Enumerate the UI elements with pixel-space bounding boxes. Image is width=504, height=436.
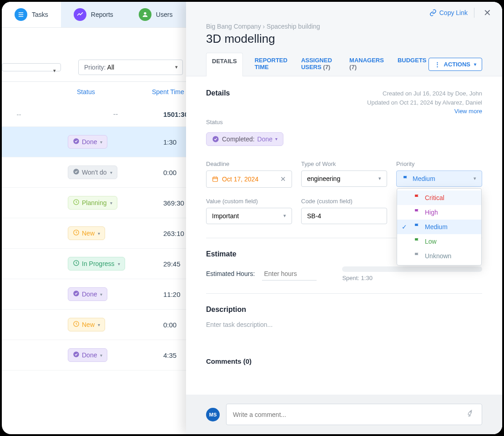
priority-select[interactable]: Medium ▾ CriticalHigh✓MediumLowUnknown: [396, 170, 482, 187]
chevron-down-icon: ▾: [275, 136, 277, 141]
comment-input[interactable]: [233, 411, 466, 418]
priority-option-medium[interactable]: ✓Medium: [397, 220, 481, 234]
description-input[interactable]: Enter task description...: [206, 321, 482, 356]
tab-budgets[interactable]: BUDGETS: [396, 52, 428, 76]
fields-grid-1: Deadline Oct 17, 2024 ✕ Type of Work eng…: [206, 160, 482, 188]
nav-tab-reports[interactable]: Reports: [61, 2, 126, 27]
flag-icon: [402, 175, 409, 182]
code-value: SB-4: [307, 212, 321, 220]
status-icon: [73, 321, 80, 329]
progress-bar: [342, 266, 482, 272]
status-text: In Progress: [82, 260, 115, 267]
col-status-header[interactable]: Status: [2, 88, 152, 95]
flag-icon: [413, 252, 420, 260]
priority-option-critical[interactable]: Critical: [397, 190, 481, 205]
panel-body: Details Created on Jul 16, 2024 by Doe, …: [186, 76, 502, 395]
type-label: Type of Work: [301, 160, 387, 167]
details-header: Details Created on Jul 16, 2024 by Doe, …: [206, 76, 482, 116]
status-pill[interactable]: Done▾: [68, 348, 107, 362]
close-button[interactable]: ✕: [481, 6, 494, 19]
flag-icon: [413, 237, 420, 246]
meta-info: Created on Jul 16, 2024 by Doe, John Upd…: [367, 89, 482, 116]
value-label: Value (custom field): [206, 198, 292, 205]
status-chip[interactable]: Completed: Done ▾: [206, 132, 283, 146]
reports-icon: [74, 8, 86, 21]
comments-title: Comments (0): [206, 357, 482, 365]
status-pill[interactable]: Planning▾: [68, 196, 117, 210]
estimated-hours-label: Estimated Hours:: [206, 270, 255, 277]
panel-header: Copy Link ✕: [186, 2, 502, 19]
priority-option-label: Medium: [425, 223, 448, 231]
value-select[interactable]: Important ▾: [206, 208, 292, 224]
priority-option-unknown[interactable]: Unknown: [397, 249, 481, 263]
view-more-link[interactable]: View more: [367, 107, 482, 116]
svg-point-3: [144, 12, 146, 15]
value-value: Important: [212, 212, 239, 220]
status-icon: [73, 260, 80, 268]
status-text: New: [82, 321, 95, 328]
breadcrumb-1[interactable]: Big Bang Company: [206, 23, 261, 30]
status-text: New: [82, 230, 95, 237]
spent-label: Spent: 1:30: [342, 275, 482, 281]
chevron-down-icon: ▾: [100, 353, 102, 358]
chevron-down-icon: ▾: [98, 231, 100, 236]
breadcrumb-2[interactable]: Spaceship building: [267, 23, 320, 30]
details-title: Details: [206, 89, 230, 97]
priority-option-label: Critical: [425, 194, 444, 201]
tab-reported-time[interactable]: REPORTED TIME: [253, 52, 289, 76]
clear-deadline-button[interactable]: ✕: [280, 175, 286, 183]
task-detail-panel: Copy Link ✕ Big Bang Company › Spaceship…: [186, 2, 502, 434]
flag-icon: [413, 223, 420, 231]
breadcrumbs: Big Bang Company › Spaceship building: [186, 19, 502, 31]
nav-tab-users[interactable]: Users: [126, 2, 186, 27]
tab-managers[interactable]: MANAGERS (7): [348, 52, 386, 76]
description-title: Description: [206, 306, 482, 314]
status-icon: [73, 168, 80, 176]
chevron-down-icon: ▾: [474, 62, 476, 67]
svg-point-17: [470, 411, 471, 412]
tab-assigned-users[interactable]: ASSIGNED USERS (7): [299, 52, 338, 76]
status-text: Done: [82, 138, 97, 145]
status-pill[interactable]: Done▾: [68, 287, 107, 301]
send-icon[interactable]: [466, 409, 475, 420]
status-pill[interactable]: Won't do▾: [68, 165, 117, 179]
code-field: Code (custom field) SB-4: [301, 198, 387, 224]
priority-option-high[interactable]: High: [397, 205, 481, 220]
code-label: Code (custom field): [301, 198, 387, 205]
filter-priority-dropdown[interactable]: Priority: All: [78, 60, 183, 75]
deadline-value: Oct 17, 2024: [222, 175, 258, 183]
copy-link-button[interactable]: Copy Link: [429, 9, 468, 16]
status-pill[interactable]: New▾: [68, 318, 105, 331]
deadline-input[interactable]: Oct 17, 2024 ✕: [206, 170, 292, 188]
link-icon: [429, 9, 437, 16]
nav-tab-label: Tasks: [32, 11, 48, 18]
filter-dropdown-1[interactable]: [2, 63, 61, 71]
value-field: Value (custom field) Important ▾: [206, 198, 292, 224]
priority-option-low[interactable]: Low: [397, 234, 481, 249]
totals-empty2: --: [36, 110, 163, 118]
detail-tabs: DETAILS REPORTED TIME ASSIGNED USERS (7)…: [206, 52, 428, 76]
svg-rect-13: [213, 177, 218, 181]
tab-managers-label: MANAGERS: [349, 57, 384, 64]
tab-details[interactable]: DETAILS: [206, 53, 243, 76]
svg-rect-1: [19, 14, 24, 15]
status-pill[interactable]: In Progress▾: [68, 257, 125, 271]
chevron-down-icon: ▾: [110, 170, 112, 175]
actions-button[interactable]: ⋮ ACTIONS ▾: [428, 58, 483, 71]
status-pill[interactable]: Done▾: [68, 135, 107, 149]
nav-tab-tasks[interactable]: Tasks: [2, 2, 61, 27]
chevron-down-icon: ▾: [100, 140, 102, 145]
svg-rect-2: [19, 16, 24, 16]
type-value: engineering: [307, 175, 340, 182]
deadline-label: Deadline: [206, 160, 292, 167]
priority-option-label: Unknown: [425, 252, 451, 260]
status-icon: [73, 290, 80, 298]
status-text: Done: [82, 291, 97, 298]
status-pill[interactable]: New▾: [68, 226, 105, 240]
filter-priority-value: All: [107, 64, 115, 71]
estimated-hours-input[interactable]: [262, 267, 317, 281]
type-select[interactable]: engineering ▾: [301, 170, 387, 187]
estimate-row: Estimated Hours: Spent: 1:30: [206, 266, 482, 294]
code-input[interactable]: SB-4: [301, 208, 387, 224]
progress-wrap: Spent: 1:30: [324, 266, 482, 281]
